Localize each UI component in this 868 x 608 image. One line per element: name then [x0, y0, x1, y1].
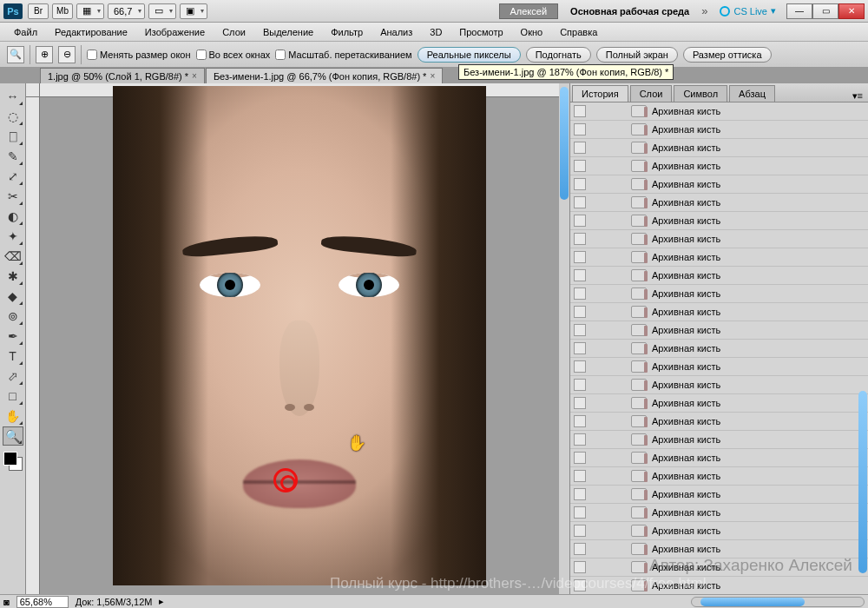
menu-3d[interactable]: 3D — [421, 25, 450, 39]
history-row[interactable]: Архивная кисть — [570, 486, 868, 504]
history-visibility-box[interactable] — [574, 543, 586, 555]
history-visibility-box[interactable] — [574, 123, 586, 135]
history-row[interactable]: Архивная кисть — [570, 175, 868, 194]
close-button[interactable]: ✕ — [838, 3, 865, 19]
workspace-switcher[interactable]: Основная рабочая среда — [565, 4, 694, 18]
history-row[interactable]: Архивная кисть — [570, 504, 868, 522]
cslive-button[interactable]: CS Live ▾ — [714, 5, 781, 17]
fill-screen-button[interactable]: Полный экран — [596, 47, 678, 63]
canvas-area[interactable]: ✋ — [26, 83, 569, 594]
tool-5[interactable]: ✂ — [3, 187, 23, 206]
maximize-button[interactable]: ▭ — [812, 3, 838, 19]
arrange-dropdown[interactable]: ▭ — [148, 3, 176, 19]
history-visibility-box[interactable] — [574, 269, 586, 281]
history-row[interactable]: Архивная кисть — [570, 413, 868, 431]
history-row[interactable]: Архивная кисть — [570, 102, 868, 121]
quickmask-icon[interactable]: ◙ — [3, 597, 10, 607]
history-row[interactable]: Архивная кисть — [570, 267, 868, 285]
tool-7[interactable]: ✦ — [3, 227, 23, 246]
menu-help[interactable]: Справка — [551, 25, 606, 39]
minibridge-button[interactable]: Mb — [52, 3, 73, 19]
bridge-button[interactable]: Br — [28, 3, 49, 19]
history-row[interactable]: Архивная кисть — [570, 431, 868, 449]
panel-tab-paragraph[interactable]: Абзац — [729, 85, 775, 102]
history-visibility-box[interactable] — [574, 433, 586, 446]
zoom-level-dropdown[interactable]: 66,7 — [108, 3, 145, 19]
doc-tab-1[interactable]: 1.jpg @ 50% (Слой 1, RGB/8#) *× — [40, 68, 205, 83]
history-row[interactable]: Архивная кисть — [570, 303, 868, 321]
history-row[interactable]: Архивная кисть — [570, 394, 868, 413]
scroll-thumb[interactable] — [858, 391, 867, 573]
history-visibility-box[interactable] — [574, 561, 586, 573]
history-row[interactable]: Архивная кисть — [570, 157, 868, 175]
all-windows-checkbox[interactable]: Во всех окнах — [196, 50, 271, 60]
screen-mode-dropdown[interactable]: ▣ — [180, 3, 207, 19]
tool-16[interactable]: ✋ — [3, 406, 23, 426]
tool-9[interactable]: ✱ — [3, 267, 23, 286]
history-row[interactable]: Архивная кисть — [570, 358, 868, 376]
history-row[interactable]: Архивная кисть — [570, 522, 868, 540]
history-row[interactable]: Архивная кисть — [570, 212, 868, 230]
menu-file[interactable]: Файл — [5, 25, 46, 39]
history-row[interactable]: Архивная кисть — [570, 467, 868, 486]
history-visibility-box[interactable] — [574, 251, 586, 263]
history-visibility-box[interactable] — [574, 452, 586, 464]
history-visibility-box[interactable] — [574, 488, 586, 500]
color-swatch[interactable] — [3, 452, 23, 471]
tool-12[interactable]: ✒ — [3, 327, 23, 346]
resize-windows-checkbox[interactable]: Менять размер окон — [87, 50, 191, 60]
history-visibility-box[interactable] — [574, 160, 586, 172]
history-row[interactable]: Архивная кисть — [570, 194, 868, 212]
fit-screen-button[interactable]: Подогнать — [526, 47, 591, 63]
scroll-thumb[interactable] — [560, 87, 569, 200]
scroll-thumb[interactable] — [700, 598, 805, 606]
history-visibility-box[interactable] — [574, 506, 586, 519]
history-visibility-box[interactable] — [574, 306, 586, 318]
workspace-more-icon[interactable]: » — [694, 4, 714, 17]
panel-tab-character[interactable]: Символ — [674, 85, 727, 102]
history-visibility-box[interactable] — [574, 360, 586, 373]
history-row[interactable]: Архивная кисть — [570, 340, 868, 358]
menu-analysis[interactable]: Анализ — [372, 25, 421, 39]
history-visibility-box[interactable] — [574, 142, 586, 154]
scrub-zoom-checkbox[interactable]: Масштаб. перетаскиванием — [275, 50, 411, 60]
zoom-in-icon[interactable]: ⊕ — [36, 46, 53, 63]
tool-10[interactable]: ◆ — [3, 287, 23, 306]
tab-close-icon[interactable]: × — [430, 71, 435, 81]
minimize-button[interactable]: — — [786, 3, 812, 19]
tool-14[interactable]: ⬀ — [3, 367, 23, 386]
view-extras-dropdown[interactable]: ▦ — [76, 3, 104, 19]
history-visibility-box[interactable] — [574, 105, 586, 117]
history-visibility-box[interactable] — [574, 379, 586, 391]
history-row[interactable]: Архивная кисть — [570, 376, 868, 394]
history-visibility-box[interactable] — [574, 287, 586, 300]
history-visibility-box[interactable] — [574, 397, 586, 409]
ruler-vertical[interactable] — [26, 97, 40, 594]
zoom-out-icon[interactable]: ⊖ — [58, 46, 76, 63]
history-row[interactable]: Архивная кисть — [570, 285, 868, 303]
history-visibility-box[interactable] — [574, 470, 586, 482]
menu-image[interactable]: Изображение — [136, 25, 214, 39]
print-size-button[interactable]: Размер оттиска — [683, 47, 772, 63]
history-row[interactable]: Архивная кисть — [570, 139, 868, 157]
document-canvas[interactable]: ✋ — [113, 86, 486, 585]
tool-8[interactable]: ⌫ — [3, 247, 23, 266]
tool-1[interactable]: ◌ — [3, 107, 23, 126]
canvas-hscrollbar[interactable] — [691, 597, 865, 607]
doc-tab-2[interactable]: Без-имени-1.jpg @ 66,7% (Фон копия, RGB/… — [206, 68, 443, 83]
history-visibility-box[interactable] — [574, 525, 586, 537]
tool-15[interactable]: □ — [3, 387, 23, 406]
menu-layer[interactable]: Слои — [214, 25, 254, 39]
tool-17[interactable]: 🔍 — [3, 426, 23, 446]
menu-select[interactable]: Выделение — [254, 25, 322, 39]
panel-tab-history[interactable]: История — [572, 85, 628, 102]
history-visibility-box[interactable] — [574, 196, 586, 208]
tool-0[interactable]: ↔ — [3, 87, 23, 106]
history-visibility-box[interactable] — [574, 415, 586, 427]
history-row[interactable]: Архивная кисть — [570, 230, 868, 248]
history-row[interactable]: Архивная кисть — [570, 449, 868, 467]
actual-pixels-button[interactable]: Реальные пикселы — [418, 47, 521, 63]
history-visibility-box[interactable] — [574, 178, 586, 190]
status-arrow-icon[interactable]: ▸ — [159, 596, 164, 607]
panel-tab-layers[interactable]: Слои — [630, 85, 673, 102]
